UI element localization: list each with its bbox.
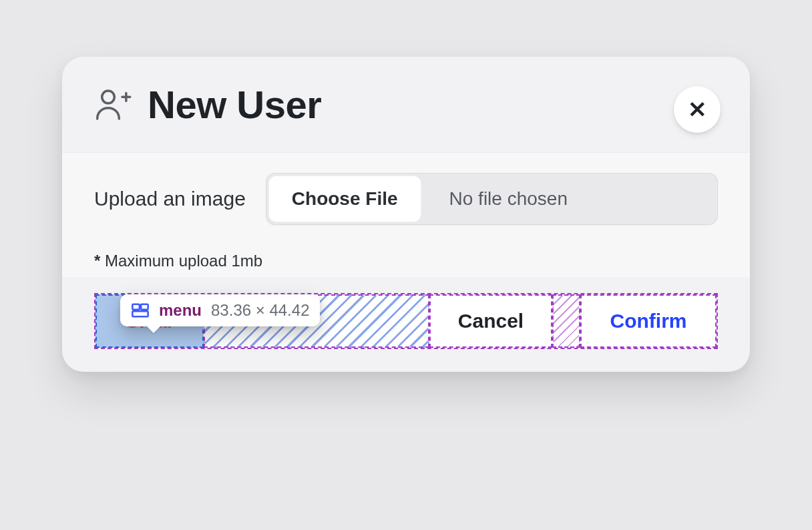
- file-status-text: No file chosen: [424, 173, 718, 225]
- svg-rect-5: [132, 311, 148, 316]
- flex-gap-highlight: [552, 294, 580, 348]
- flex-icon: [131, 301, 150, 320]
- file-input-group: Choose File No file chosen: [266, 173, 718, 225]
- devtools-inspect-tooltip: menu 83.36 × 44.42: [120, 294, 320, 326]
- upload-label: Upload an image: [94, 188, 246, 210]
- svg-rect-3: [132, 304, 140, 310]
- inspect-element-dimensions: 83.36 × 44.42: [211, 301, 309, 320]
- user-add-icon: [94, 86, 132, 123]
- dialog-body: Upload an image Choose File No file chos…: [62, 152, 750, 277]
- close-button[interactable]: ✕: [674, 86, 721, 133]
- cancel-button[interactable]: Cancel: [429, 294, 552, 348]
- dialog-header: New User ✕: [62, 57, 750, 152]
- close-icon: ✕: [688, 96, 706, 123]
- inspect-element-tag: menu: [159, 301, 202, 320]
- upload-hint: * Maximum upload 1mb: [94, 252, 718, 270]
- hint-text: Maximum upload 1mb: [100, 252, 262, 270]
- svg-point-0: [102, 91, 115, 103]
- dialog-title: New User: [148, 82, 321, 127]
- confirm-button[interactable]: Confirm: [580, 294, 717, 348]
- hint-asterisk: *: [94, 252, 100, 270]
- upload-row: Upload an image Choose File No file chos…: [94, 173, 718, 225]
- svg-rect-4: [141, 304, 148, 310]
- choose-file-button[interactable]: Choose File: [268, 176, 421, 222]
